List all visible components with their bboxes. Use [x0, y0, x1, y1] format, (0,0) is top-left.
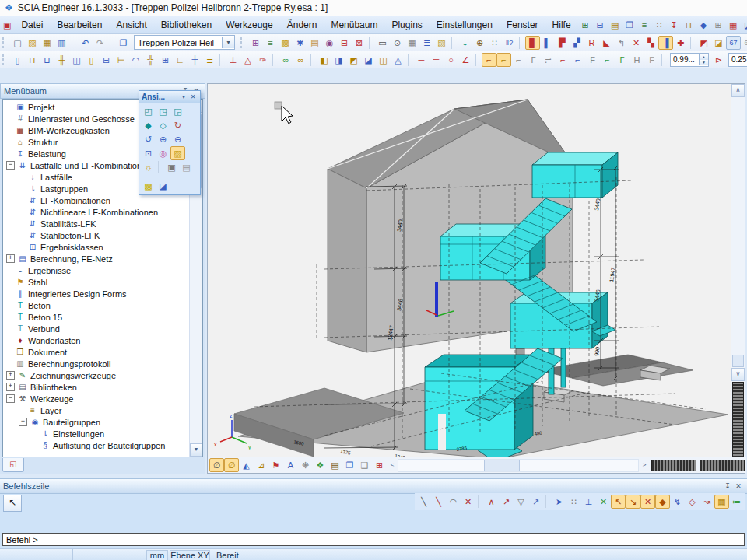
- calculator-icon[interactable]: ▦: [405, 36, 419, 50]
- close-icon[interactable]: ✕: [188, 93, 198, 100]
- storey-levels-icon[interactable]: ⚑: [268, 458, 283, 472]
- display-shape-icon[interactable]: ◪: [361, 53, 376, 67]
- print-preview-icon[interactable]: ⊙: [390, 36, 405, 50]
- rotation-bar-horizontal-2[interactable]: [700, 460, 745, 471]
- menu-bibliotheken[interactable]: Bibliotheken: [154, 18, 219, 32]
- weld-2-icon[interactable]: ∞: [293, 53, 308, 67]
- snap-percent-icon[interactable]: ↝: [700, 495, 714, 509]
- rotate-view-icon[interactable]: ↻: [170, 118, 185, 132]
- free-load-line-icon[interactable]: Γ: [526, 53, 541, 67]
- member-haunch-icon[interactable]: ∟: [173, 53, 188, 67]
- draw-arc-icon[interactable]: ◠: [446, 495, 461, 509]
- free-load-f3-icon[interactable]: F: [585, 53, 600, 67]
- scrollbar-track[interactable]: [190, 190, 202, 443]
- engineering-report-icon[interactable]: ◪: [711, 36, 726, 50]
- member-truss-icon[interactable]: ╬: [143, 53, 158, 67]
- display-axes-icon[interactable]: ◬: [391, 53, 405, 67]
- qb-grid-icon[interactable]: ∷: [652, 18, 667, 32]
- select-beams-icon[interactable]: ▛: [555, 36, 570, 50]
- draw-angle-icon[interactable]: ∠: [458, 53, 473, 67]
- tree-item-integriertes-design-forms[interactable]: ∥Integriertes Design Forms: [3, 288, 189, 299]
- tree-item-layer[interactable]: ≡Layer: [3, 404, 189, 416]
- units-67-on-icon[interactable]: 67: [726, 36, 741, 50]
- qb-node-icon[interactable]: ◆: [696, 18, 711, 32]
- tree-item-auflistung-der-bauteilgruppen[interactable]: §Auflistung der Bauteilgruppen: [3, 439, 189, 451]
- snap-cursor-icon[interactable]: ➤: [552, 495, 566, 509]
- light-toggle-icon[interactable]: ☼: [141, 160, 156, 174]
- node-add-icon[interactable]: ∧: [484, 495, 499, 509]
- free-load-r3-icon[interactable]: ⌐: [570, 53, 585, 67]
- collapse-icon[interactable]: −: [6, 161, 15, 170]
- tree-item-berechnung-fe-netz[interactable]: +▤Berechnung, FE-Netz: [3, 253, 189, 264]
- new-window-icon[interactable]: ❐: [116, 36, 131, 50]
- picture-gallery-icon[interactable]: ▧: [434, 36, 449, 50]
- menu-bearbeiten[interactable]: Bearbeiten: [50, 18, 109, 32]
- chevron-down-icon[interactable]: ▾: [179, 93, 188, 100]
- status-units[interactable]: mm: [146, 550, 168, 560]
- scale-lock-icon[interactable]: ⊳: [711, 53, 726, 67]
- free-load-green-1-icon[interactable]: ⌐: [600, 53, 615, 67]
- qb-mesh-icon[interactable]: ⊞: [711, 18, 726, 32]
- display-dimensions-icon[interactable]: ◫: [376, 53, 391, 67]
- snap-ortho-icon[interactable]: ⊥: [581, 495, 596, 509]
- member-labels-2-icon[interactable]: ⊠: [352, 36, 366, 50]
- select-zero-icon[interactable]: ▐: [658, 36, 673, 50]
- member-rafter-icon[interactable]: ⊔: [40, 53, 54, 67]
- menu-einstellungen[interactable]: Einstellungen: [430, 18, 500, 32]
- deselect-all-icon[interactable]: ✕: [629, 36, 644, 50]
- project-settings-icon[interactable]: ⊞: [248, 36, 263, 50]
- toolbar-grip[interactable]: [2, 54, 7, 65]
- scale-symbols-icon[interactable]: ⊿: [254, 458, 268, 472]
- view-axo-icon[interactable]: ◆: [141, 118, 156, 132]
- command-input[interactable]: [2, 533, 745, 546]
- expand-icon[interactable]: +: [6, 254, 15, 263]
- qb-result-icon[interactable]: ◪: [741, 18, 747, 32]
- activity-icon[interactable]: ✱: [293, 36, 307, 50]
- weld-1-icon[interactable]: ∞: [279, 53, 293, 67]
- project-combo[interactable]: Treppen Polizei Heil ▾: [134, 35, 235, 50]
- redo-icon[interactable]: ↷: [93, 36, 107, 50]
- zoom-all-icon[interactable]: ⊡: [141, 146, 156, 160]
- clipboard-icon[interactable]: ▤: [307, 36, 322, 50]
- select-members-icon[interactable]: ▊: [525, 36, 540, 50]
- tree-item-ergebnisse[interactable]: ⌣Ergebnisse: [3, 264, 189, 276]
- gallery-book-icon[interactable]: ▤: [328, 458, 342, 472]
- member-bracing-icon[interactable]: ╫: [54, 53, 69, 67]
- qb-table-icon[interactable]: ⊟: [593, 18, 608, 32]
- coordinates-list-icon[interactable]: ≔: [729, 495, 744, 509]
- collapse-icon[interactable]: −: [6, 394, 15, 403]
- snap-arc-center-icon[interactable]: ◇: [685, 495, 700, 509]
- draw-circle-icon[interactable]: ○: [444, 53, 458, 67]
- axo-view-icon[interactable]: ◭: [239, 458, 254, 472]
- member-plate-icon[interactable]: ◫: [69, 53, 84, 67]
- labels-abc-icon[interactable]: A: [283, 458, 298, 472]
- cursor-polygon-icon[interactable]: ▽: [514, 495, 528, 509]
- member-pad-icon[interactable]: ⊞: [158, 53, 173, 67]
- select-r-icon[interactable]: R: [584, 36, 599, 50]
- scroll-left-icon[interactable]: <: [387, 460, 398, 471]
- qb-doc-icon[interactable]: ▤: [608, 18, 622, 32]
- menu-ansicht[interactable]: Ansicht: [109, 18, 153, 32]
- menu-menübaum[interactable]: Menübaum: [324, 18, 384, 32]
- member-opening-icon[interactable]: ⊟: [99, 53, 114, 67]
- zoom-selection-icon[interactable]: ◎: [156, 146, 170, 160]
- tree-item-bauteilgruppen[interactable]: −◉Bauteilgruppen: [3, 416, 189, 428]
- tree-item-bibliotheken[interactable]: +▤Bibliotheken: [3, 381, 189, 393]
- tree-item-lf-kombinationen[interactable]: ⇵LF-Kombinationen: [3, 194, 189, 206]
- move-ucs-icon[interactable]: ✚: [673, 36, 688, 50]
- chevron-down-icon[interactable]: ▾: [222, 37, 234, 48]
- select-nodes-icon[interactable]: ▌: [540, 36, 555, 50]
- calculation-icon[interactable]: ◩: [696, 36, 711, 50]
- member-wall-icon[interactable]: ▯: [84, 53, 99, 67]
- render-camera-icon[interactable]: ▣: [164, 160, 179, 174]
- window-view-1-icon[interactable]: ❐: [342, 458, 357, 472]
- select-minus-icon[interactable]: ▚: [644, 36, 658, 50]
- view-back-icon[interactable]: ◳: [156, 104, 170, 118]
- 3d-scene[interactable]: 3440 3446 12447 3440 3446 990 11947 1500…: [208, 84, 732, 459]
- snap-line-grid-icon[interactable]: ✕: [596, 495, 611, 509]
- expand-icon[interactable]: +: [6, 383, 15, 391]
- tree-item-beton[interactable]: TBeton: [3, 299, 189, 311]
- hinge-icon[interactable]: ✑: [255, 53, 270, 67]
- free-load-poly-icon[interactable]: ⌐: [496, 53, 511, 67]
- tree-item-einstellungen[interactable]: ⇂Einstellungen: [3, 428, 189, 439]
